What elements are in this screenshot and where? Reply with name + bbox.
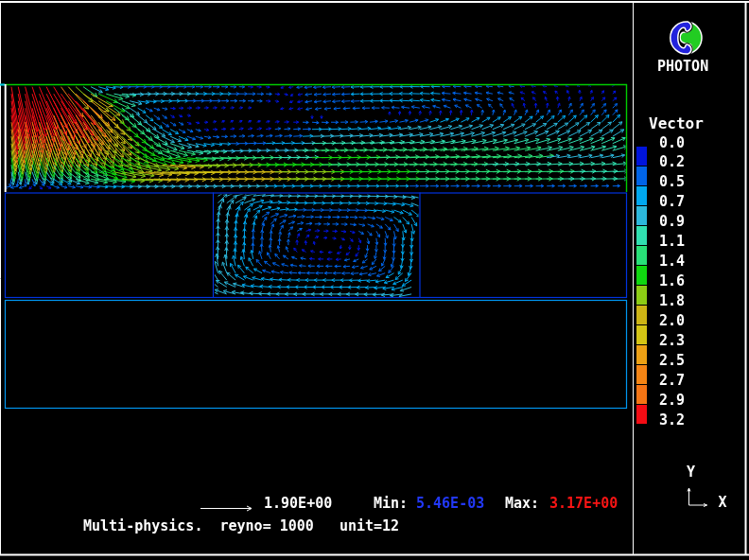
max-value: 3.17E+00 — [549, 497, 618, 511]
legend-value-label: 0.0 — [659, 136, 685, 150]
legend-color-swatch — [636, 325, 648, 344]
legend-value-label: 0.7 — [659, 195, 685, 209]
legend-value-label: 1.8 — [659, 294, 685, 308]
legend-color-swatch — [636, 286, 648, 305]
legend-value-label: 1.4 — [659, 254, 685, 269]
legend-color-swatch — [636, 345, 648, 364]
legend-color-swatch — [636, 246, 648, 265]
legend-value-label: 2.3 — [659, 334, 685, 348]
legend-color-swatch — [636, 365, 648, 384]
legend-color-swatch — [636, 306, 648, 324]
photon-window: PHOTON Vector 0.00.20.50.70.91.11.41.61.… — [0, 0, 749, 560]
legend-value-label: 2.0 — [659, 314, 685, 328]
legend-value-label: 0.5 — [659, 175, 685, 189]
axis-y-label: Y — [687, 465, 695, 480]
legend-color-swatch — [636, 266, 648, 285]
min-label: Min: — [374, 497, 408, 511]
plot-caption: Multi-physics. reyno= 1000 unit=12 — [83, 519, 399, 534]
legend-value-label: 0.9 — [659, 215, 685, 229]
legend-color-swatch — [636, 385, 648, 404]
photon-wordmark: PHOTON — [657, 60, 708, 74]
legend-value-label: 2.7 — [659, 374, 685, 388]
legend-color-swatch — [636, 226, 648, 245]
max-label: Max: — [505, 497, 539, 511]
legend-value-label: 1.6 — [659, 274, 685, 289]
legend-value-label: 2.5 — [659, 354, 685, 368]
legend-color-swatch — [636, 186, 648, 205]
axis-x-label: X — [719, 496, 727, 510]
legend-value-label: 2.9 — [659, 394, 685, 408]
legend-color-swatch — [636, 405, 648, 424]
legend-color-swatch — [636, 206, 648, 225]
legend-color-swatch — [636, 166, 648, 185]
legend-title: Vector — [649, 116, 704, 131]
legend-color-swatch — [636, 147, 648, 166]
min-value: 5.46E-03 — [416, 497, 484, 511]
legend-value-label: 1.1 — [659, 235, 685, 249]
photon-logo — [665, 17, 706, 59]
legend-value-label: 0.2 — [659, 155, 685, 169]
legend-value-label: 3.2 — [659, 413, 685, 428]
reference-vector-value: 1.90E+00 — [264, 497, 332, 511]
